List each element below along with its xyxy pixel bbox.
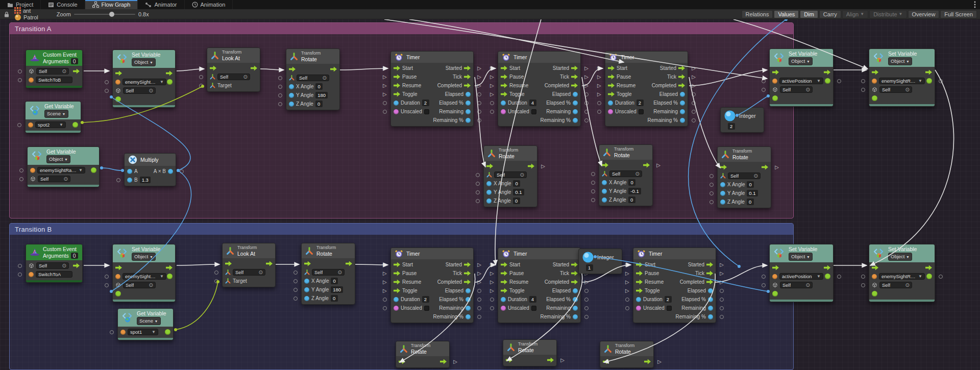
object-target-field[interactable]: Self⊙ — [312, 269, 345, 276]
exec-port[interactable] — [608, 75, 615, 80]
object-target-field[interactable]: Self⊙ — [780, 86, 813, 93]
value-field[interactable]: 0 — [747, 199, 754, 205]
node-rotate-b4[interactable]: TransformRotate▷ — [600, 341, 654, 368]
exec-port[interactable] — [706, 280, 713, 285]
exec-port[interactable] — [464, 83, 471, 88]
blue-value-port[interactable] — [602, 198, 607, 203]
blue-value-port[interactable] — [708, 306, 713, 311]
transform-port-icon[interactable] — [304, 269, 310, 275]
lock-icon[interactable] — [4, 11, 9, 17]
integer-value-field[interactable]: 1 — [586, 264, 593, 271]
target-picker-icon[interactable]: ⊙ — [62, 68, 66, 74]
exec-port[interactable] — [501, 271, 507, 276]
blue-value-port[interactable] — [708, 297, 713, 302]
node-multiply-a[interactable]: MultiplyAA × BB1.3 — [124, 153, 176, 186]
value-field[interactable]: -0.1 — [628, 188, 641, 194]
orange-value-port[interactable] — [115, 274, 120, 279]
magenta-value-port[interactable] — [394, 306, 399, 311]
node-rotate-b3[interactable]: TransformRotate▷ — [503, 339, 557, 366]
target-picker-icon[interactable]: ⊙ — [806, 87, 810, 92]
blue-value-port[interactable] — [708, 314, 713, 319]
node-rotate-b2[interactable]: TransformRotate▷ — [396, 341, 450, 368]
exec-port[interactable] — [289, 67, 296, 72]
exec-port[interactable] — [571, 262, 578, 267]
blue-value-port[interactable] — [573, 297, 578, 302]
object-target-field[interactable]: Self⊙ — [217, 73, 250, 80]
variable-dropdown[interactable]: enemySightRange▼ — [122, 273, 166, 280]
variable-dropdown[interactable]: spot1▼ — [128, 329, 158, 335]
object-port-icon[interactable] — [872, 282, 877, 288]
target-picker-icon[interactable]: ⊙ — [149, 88, 153, 93]
value-field[interactable]: 180 — [331, 286, 343, 293]
variable-dropdown[interactable]: activePosition▼ — [779, 78, 823, 84]
value-field[interactable]: 0 — [315, 101, 323, 107]
blue-value-port[interactable] — [573, 92, 578, 97]
value-field[interactable]: 4 — [529, 100, 536, 106]
blue-value-port[interactable] — [501, 101, 506, 106]
target-picker-icon[interactable]: ⊙ — [259, 269, 263, 275]
blue-value-port[interactable] — [573, 109, 578, 114]
exec-port[interactable] — [528, 164, 534, 169]
exec-port[interactable] — [720, 165, 727, 170]
variable-dropdown[interactable]: enemySightRange▼ — [122, 79, 166, 85]
exec-port[interactable] — [394, 280, 400, 285]
blue-value-port[interactable] — [573, 314, 578, 319]
exec-port[interactable] — [166, 265, 173, 270]
exec-port[interactable] — [501, 262, 507, 267]
blue-value-port[interactable] — [602, 189, 607, 194]
exec-port[interactable] — [464, 262, 471, 267]
blue-value-port[interactable] — [465, 92, 471, 97]
exec-port[interactable] — [266, 261, 273, 266]
node-rotate-a3[interactable]: TransformRotate▷Self⊙X Angle0Y Angle-0.1… — [599, 144, 653, 206]
exec-port[interactable] — [772, 70, 779, 75]
exec-port[interactable] — [506, 358, 512, 363]
exec-port[interactable] — [464, 271, 471, 276]
orange-value-port[interactable] — [29, 78, 34, 83]
tab-animation[interactable]: Animation — [185, 0, 233, 9]
exec-port[interactable] — [636, 280, 643, 285]
checkbox[interactable] — [531, 109, 536, 114]
exec-port[interactable] — [251, 66, 257, 71]
object-port-icon[interactable] — [30, 176, 36, 182]
exec-port[interactable] — [636, 288, 643, 293]
magenta-value-port[interactable] — [608, 109, 613, 114]
object-target-field[interactable]: Self⊙ — [780, 282, 813, 288]
exec-port[interactable] — [501, 92, 507, 97]
exec-port[interactable] — [636, 271, 643, 276]
exec-port[interactable] — [464, 75, 471, 80]
variable-scope-dropdown[interactable]: Object ▼ — [888, 57, 912, 65]
value-field[interactable]: 2 — [665, 296, 672, 303]
target-picker-icon[interactable]: ⊙ — [905, 87, 910, 92]
exec-port[interactable] — [643, 163, 650, 168]
transform-port-icon[interactable] — [720, 173, 726, 179]
breadcrumb-ant[interactable]: ant — [14, 7, 38, 14]
node-set-variable-b2[interactable]: Set VariableObject ▼activePosition▼Self⊙ — [769, 244, 834, 302]
exec-port[interactable] — [394, 92, 400, 97]
green-value-port[interactable] — [167, 274, 173, 279]
checkbox[interactable] — [639, 109, 644, 114]
exec-port[interactable] — [925, 70, 932, 75]
exec-port[interactable] — [346, 261, 352, 266]
exec-port[interactable] — [602, 163, 608, 168]
blue-value-port[interactable] — [680, 92, 685, 97]
variable-scope-dropdown[interactable]: Scene ▼ — [44, 110, 68, 118]
target-picker-icon[interactable]: ⊙ — [62, 263, 66, 268]
exec-port[interactable] — [501, 66, 507, 71]
value-field[interactable]: 1.3 — [140, 177, 151, 183]
node-timer-a1[interactable]: TimerStartStarted▷▷PauseTick▷▷ResumeComp… — [390, 51, 474, 127]
blue-value-port[interactable] — [289, 102, 294, 107]
object-target-field[interactable]: Self⊙ — [297, 75, 329, 81]
exec-port[interactable] — [571, 75, 578, 80]
exec-port[interactable] — [394, 83, 400, 88]
blue-value-port[interactable] — [720, 191, 725, 196]
orange-value-port[interactable] — [29, 272, 34, 277]
breadcrumb-patrol[interactable]: Patrol — [14, 14, 38, 21]
exec-port[interactable] — [772, 265, 779, 270]
target-picker-icon[interactable]: ⊙ — [243, 74, 248, 80]
blue-value-port[interactable] — [602, 180, 607, 185]
zoom-slider-knob[interactable] — [109, 12, 114, 17]
exec-port[interactable] — [547, 358, 554, 363]
blue-value-port[interactable] — [720, 182, 725, 187]
node-timer-a2[interactable]: TimerStartStarted▷▷PauseTick▷▷ResumeComp… — [498, 51, 581, 127]
exec-port[interactable] — [678, 83, 685, 88]
